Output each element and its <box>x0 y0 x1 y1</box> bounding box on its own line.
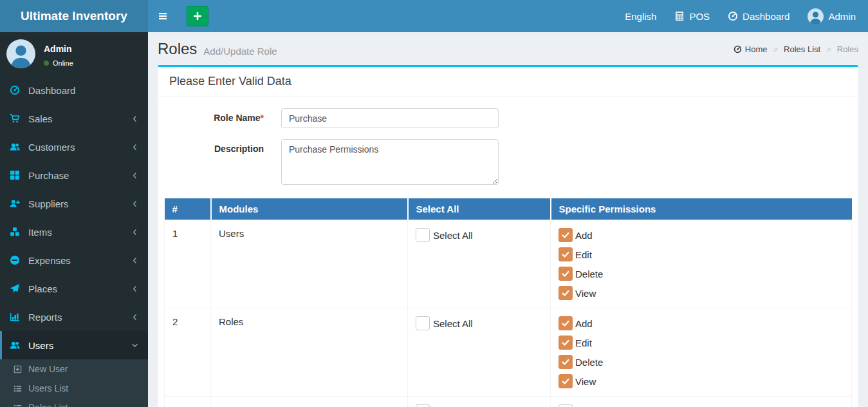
permission-checkbox-roles-view[interactable] <box>559 374 573 388</box>
breadcrumb-label: Home <box>745 44 768 54</box>
permission-checkbox-roles-edit[interactable] <box>559 336 573 350</box>
select-all-checkbox-users[interactable] <box>416 228 430 242</box>
add-button[interactable] <box>187 6 208 26</box>
permission-checkbox-users-delete[interactable] <box>559 267 573 281</box>
select-all-cell: Select All <box>416 404 542 407</box>
sidebar-toggle-button[interactable] <box>148 0 178 32</box>
sidebar-item-label: Places <box>28 283 131 294</box>
sidebar-item-label: Expenses <box>28 255 131 266</box>
permission-item: Add <box>559 228 844 242</box>
sidebar-item-label: Dashboard <box>28 85 138 96</box>
sidebar-subitem-new-user[interactable]: New User <box>0 359 148 379</box>
select-all-cell: Select All <box>416 316 542 330</box>
permission-checkbox-roles-add[interactable] <box>559 316 573 330</box>
breadcrumb-home[interactable]: Home <box>734 44 768 54</box>
brand-title: Ultimate Inventory <box>21 9 127 23</box>
module-name: Tax <box>211 397 408 407</box>
column-header-specific-permissions: Specific Permissions <box>551 198 852 220</box>
navbar-item-label: Dashboard <box>743 11 790 22</box>
permission-item: Edit <box>559 247 844 261</box>
page-subtitle: Add/Update Role <box>203 41 277 57</box>
permission-checkbox-users-add[interactable] <box>559 228 573 242</box>
chevron-left-icon <box>131 257 138 264</box>
users-icon <box>10 142 28 152</box>
sidebar-item-sales[interactable]: Sales <box>0 104 148 133</box>
table-row-roles: 2RolesSelect AllAddEditDeleteView <box>165 308 852 397</box>
permission-checkbox-users-edit[interactable] <box>559 247 573 261</box>
description-textarea[interactable]: Purchase Permissions <box>281 139 499 185</box>
permission-checkbox-roles-delete[interactable] <box>559 355 573 369</box>
select-all-label: Select All <box>433 318 473 329</box>
sidebar-item-suppliers[interactable]: Suppliers <box>0 189 148 218</box>
sidebar-subitem-users-list[interactable]: Users List <box>0 379 148 398</box>
sidebar-item-places[interactable]: Places <box>0 274 148 303</box>
box-body: Role Name* Description Purchase Permissi… <box>158 97 858 407</box>
online-dot-icon <box>44 61 49 66</box>
breadcrumb-roles-list[interactable]: Roles List <box>784 44 820 54</box>
list-icon <box>14 384 22 393</box>
role-form: Role Name* Description Purchase Permissi… <box>164 103 852 187</box>
content-header: Roles Add/Update Role Home>Roles List>Ro… <box>158 40 858 65</box>
user-status-label: Online <box>53 59 73 67</box>
sidebar-item-users[interactable]: Users <box>0 331 148 359</box>
sidebar-item-label: Sales <box>28 113 131 124</box>
sidebar-item-expenses[interactable]: Expenses <box>0 246 148 274</box>
navbar-item-label: Admin <box>828 11 856 22</box>
roles-box: Please Enter Valid Data Role Name* Descr… <box>158 65 858 407</box>
row-number: 2 <box>165 308 211 397</box>
description-label: Description <box>164 139 264 187</box>
navbar-item-language[interactable]: English <box>616 0 665 32</box>
sidebar-item-dashboard[interactable]: Dashboard <box>0 76 148 104</box>
table-row-users: 1UsersSelect AllAddEditDeleteView <box>165 220 852 308</box>
box-title: Please Enter Valid Data <box>158 67 858 97</box>
breadcrumb-separator: > <box>773 44 778 54</box>
page-title: Roles <box>158 40 197 58</box>
breadcrumb-label: Roles <box>837 44 858 54</box>
column-header-modules: Modules <box>211 198 408 220</box>
specific-permissions-cell: AddEditDeleteView <box>551 308 852 397</box>
sidebar-item-label: Purchase <box>28 170 131 181</box>
brand-logo[interactable]: Ultimate Inventory <box>0 0 148 32</box>
sidebar-item-reports[interactable]: Reports <box>0 303 148 331</box>
grid-icon <box>10 170 28 180</box>
permission-item: Add <box>559 404 844 407</box>
navbar-item-account[interactable]: Admin <box>799 0 868 32</box>
navbar-item-dashboard[interactable]: Dashboard <box>719 0 799 32</box>
permission-item: Edit <box>559 336 844 350</box>
permission-checkbox-tax-add[interactable] <box>559 404 573 407</box>
permission-item: View <box>559 374 844 388</box>
permission-label: View <box>575 376 596 387</box>
sidebar-item-label: Customers <box>28 142 131 153</box>
select-all-checkbox-roles[interactable] <box>416 316 430 330</box>
breadcrumb-separator: > <box>826 44 831 54</box>
user-plus-icon <box>10 198 28 209</box>
select-all-cell: Select All <box>416 228 542 242</box>
sidebar-item-purchase[interactable]: Purchase <box>0 161 148 189</box>
sidebar-subitem-label: Roles List <box>28 402 68 407</box>
gauge-icon <box>734 45 742 53</box>
sidebar-menu: DashboardSalesCustomersPurchaseSuppliers… <box>0 76 148 407</box>
navbar-item-pos[interactable]: POS <box>665 0 719 32</box>
permission-label: View <box>575 288 596 299</box>
permission-label: Delete <box>575 269 603 279</box>
users-icon <box>10 340 28 350</box>
list-icon <box>14 404 22 407</box>
sidebar-item-items[interactable]: Items <box>0 218 148 246</box>
select-all-checkbox-tax[interactable] <box>416 404 430 407</box>
sidebar-item-customers[interactable]: Customers <box>0 133 148 161</box>
cart-icon <box>10 113 28 124</box>
sidebar-subitem-roles-list[interactable]: Roles List <box>0 398 148 407</box>
sidebar-user-panel: Admin Online <box>0 32 148 76</box>
bars-icon <box>158 11 168 21</box>
permissions-table: #ModulesSelect AllSpecific Permissions 1… <box>164 198 852 407</box>
sidebar-submenu: New UserUsers ListRoles List <box>0 359 148 407</box>
avatar-icon <box>808 8 824 24</box>
row-number: 1 <box>165 220 211 308</box>
permission-checkbox-users-view[interactable] <box>559 286 573 300</box>
role-name-input[interactable] <box>281 108 499 128</box>
sidebar-subitem-label: Users List <box>28 383 68 393</box>
cubes-icon <box>10 227 28 237</box>
chevron-left-icon <box>131 144 138 151</box>
permission-label: Delete <box>575 357 603 368</box>
permission-label: Add <box>575 230 593 241</box>
